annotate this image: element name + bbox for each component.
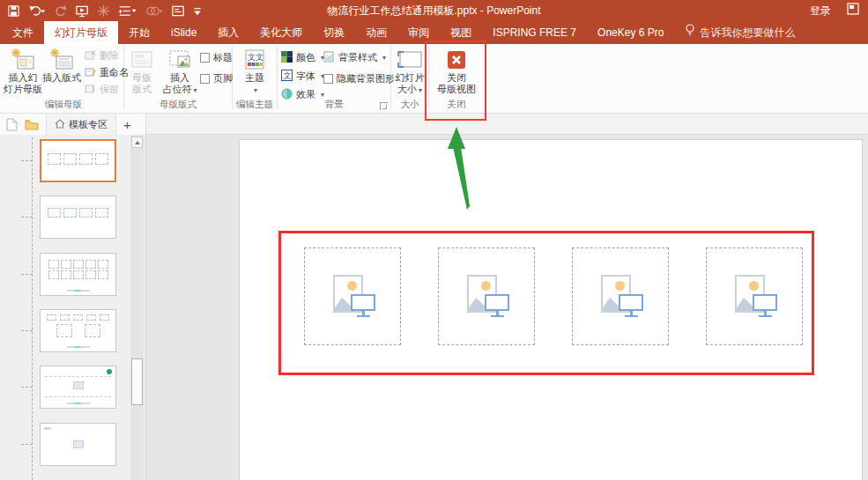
- group-size: 幻灯片 大小 大小: [391, 44, 428, 114]
- scroll-up-button[interactable]: [131, 137, 143, 148]
- insert-slide-master-icon: [11, 48, 34, 72]
- save-icon[interactable]: [7, 4, 20, 18]
- insert-placeholder-icon: [168, 48, 191, 72]
- thumbnail-panel-tabbar: 模板专区 +: [0, 114, 146, 135]
- tab-ispring[interactable]: ISPRING FREE 7: [482, 21, 587, 44]
- annotation-arrow-icon: [443, 125, 475, 213]
- thumbnail-layout-3[interactable]: [40, 309, 116, 352]
- checkbox-icon: [200, 74, 210, 84]
- tab-islide[interactable]: iSlide: [160, 21, 207, 44]
- title-checkbox[interactable]: 标题: [200, 51, 233, 64]
- tab-onekey[interactable]: OneKey 6 Pro: [587, 21, 674, 44]
- insert-layout-icon: [50, 48, 73, 72]
- slide-size-icon: [397, 48, 423, 72]
- themes-button[interactable]: 文文 主题: [235, 47, 274, 96]
- background-styles-icon: [323, 51, 335, 64]
- group-label-background: 背景: [278, 99, 390, 111]
- footer-checkbox[interactable]: 页脚: [200, 72, 233, 85]
- master-tree-line: [32, 137, 33, 480]
- tab-insert[interactable]: 插入: [207, 21, 249, 44]
- template-zone-tab[interactable]: 模板专区: [46, 114, 116, 135]
- hide-background-graphics-checkbox[interactable]: 隐藏背景图形: [323, 72, 395, 85]
- delete-icon: [85, 50, 96, 63]
- slide-size-button[interactable]: 幻灯片 大小: [392, 47, 427, 96]
- tab-file[interactable]: 文件: [2, 21, 44, 44]
- slide-thumbnail-panel: [0, 135, 146, 480]
- add-tab-button[interactable]: +: [116, 117, 138, 132]
- checkbox-icon: [323, 74, 333, 84]
- titlebar: 物流行业工作总结通用模板.pptx - PowerPoint 登录: [0, 0, 868, 21]
- svg-text:文: 文: [284, 71, 292, 80]
- lightbulb-icon: [685, 21, 695, 44]
- thumbnail-scrollbar[interactable]: [130, 135, 144, 480]
- fonts-button[interactable]: 文字体: [281, 70, 324, 83]
- checkbox-icon: [200, 53, 210, 63]
- thumbnail-layout-2[interactable]: [40, 253, 116, 296]
- highlight-box-close-button: [425, 41, 486, 121]
- redo-icon: [54, 4, 67, 18]
- present-icon[interactable]: [75, 4, 89, 18]
- home-icon: [55, 119, 65, 130]
- new-file-icon[interactable]: [6, 118, 18, 131]
- tab-transitions[interactable]: 切换: [313, 21, 355, 44]
- beautify-icon: [97, 4, 110, 18]
- undo-icon[interactable]: [28, 4, 46, 18]
- shapes-icon: [145, 4, 163, 18]
- group-edit-master: 插入幻 灯片母版 插入版式 删除 重命名 保留 编辑母版: [4, 44, 123, 114]
- window-title: 物流行业工作总结通用模板.pptx - PowerPoint: [327, 0, 540, 21]
- group-label-master-layout: 母版版式: [124, 99, 232, 111]
- highlight-box-placeholders: [278, 231, 814, 375]
- thumbnail-slide-master[interactable]: [40, 139, 116, 182]
- colors-button[interactable]: 颜色: [281, 51, 324, 64]
- window-controls-icon[interactable]: [847, 3, 859, 18]
- delete-button: 删除: [85, 49, 129, 63]
- master-layout-icon: [130, 48, 153, 72]
- themes-icon: 文文: [243, 48, 266, 72]
- fonts-icon: 文: [281, 70, 293, 83]
- login-button[interactable]: 登录: [810, 4, 831, 18]
- colors-icon: [281, 51, 293, 64]
- group-label-size: 大小: [391, 99, 428, 111]
- svg-text:文文: 文文: [248, 53, 263, 62]
- group-background: 颜色 文字体 效果 背景样式 隐藏背景图形 背景: [278, 44, 390, 114]
- theme-dot: [107, 369, 112, 374]
- thumbnail-layout-1[interactable]: [40, 196, 116, 239]
- tab-home[interactable]: 开始: [118, 21, 160, 44]
- rename-button[interactable]: 重命名: [85, 66, 129, 79]
- dialog-launcher-icon[interactable]: [380, 102, 388, 110]
- quick-access-toolbar: [0, 4, 202, 18]
- tab-beautify-master[interactable]: 美化大师: [249, 21, 313, 44]
- rename-icon: [85, 67, 96, 79]
- open-folder-icon[interactable]: [25, 119, 39, 130]
- preserve-icon: [85, 84, 96, 96]
- preserve-button: 保留: [85, 83, 129, 96]
- group-label-edit-master: 编辑母版: [4, 99, 123, 111]
- background-styles-button[interactable]: 背景样式: [323, 51, 395, 64]
- tab-animations[interactable]: 动画: [355, 21, 397, 44]
- insert-slide-master-button[interactable]: 插入幻 灯片母版: [4, 47, 42, 95]
- master-layout-button: 母版 版式: [124, 47, 160, 95]
- thumbnail-layout-4[interactable]: [40, 366, 116, 409]
- insert-layout-button[interactable]: 插入版式: [42, 47, 81, 95]
- tell-me-box[interactable]: 告诉我你想要做什么: [674, 21, 805, 44]
- new-doc-icon[interactable]: [171, 4, 185, 18]
- tab-slide-master[interactable]: 幻灯片母版: [44, 21, 118, 44]
- powerpoint-window: 物流行业工作总结通用模板.pptx - PowerPoint 登录 文件 幻灯片…: [0, 0, 868, 480]
- group-label-edit-theme: 编辑主题: [233, 99, 277, 111]
- paragraph-icon[interactable]: [118, 4, 137, 18]
- customize-qat-icon[interactable]: [193, 4, 202, 18]
- group-edit-theme: 文文 主题 编辑主题: [233, 44, 277, 114]
- scrollbar-thumb[interactable]: [131, 358, 143, 405]
- insert-placeholder-button[interactable]: 插入 占位符: [160, 47, 200, 96]
- thumbnail-layout-5[interactable]: [40, 423, 116, 466]
- group-master-layout: 母版 版式 插入 占位符 标题 页脚 母版版式: [124, 44, 232, 114]
